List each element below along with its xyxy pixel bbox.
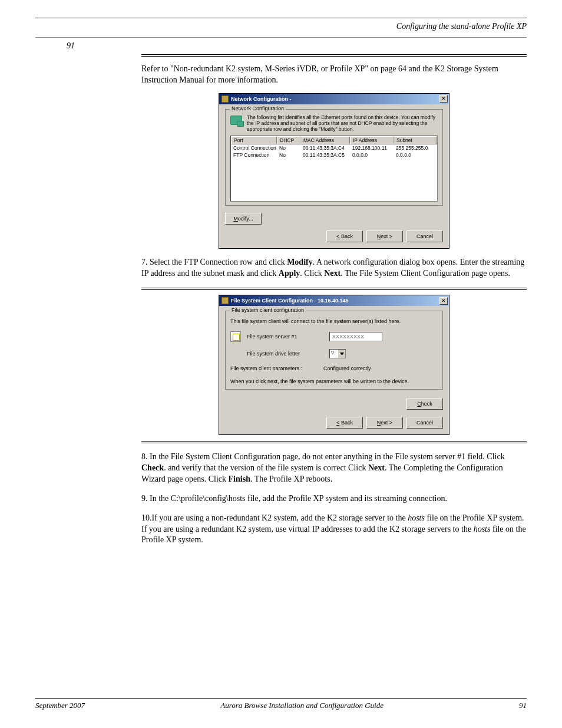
footer-date: September 2007 [35, 701, 85, 710]
close-icon[interactable]: × [439, 297, 448, 305]
fs-client-dialog: File System Client Configuration - 10.16… [219, 295, 449, 435]
group-legend: File system client configuration [230, 307, 306, 313]
col-port[interactable]: Port [231, 136, 277, 144]
next-button[interactable]: Next > [366, 230, 403, 242]
double-rule-top-1 [141, 54, 527, 55]
app-icon [222, 297, 229, 304]
fs-server-input[interactable] [329, 332, 382, 341]
col-ip[interactable]: IP Address [350, 136, 394, 144]
close-icon[interactable]: × [439, 95, 448, 103]
page-number: 91 [35, 41, 106, 51]
fs-drive-label: File system drive letter [247, 351, 323, 357]
cross-ref-paragraph: Refer to "Non-redundant K2 system, M-Ser… [141, 64, 527, 86]
step-7: 7. Select the FTP Connection row and cli… [141, 257, 527, 279]
listview-header[interactable]: Port DHCP MAC Address IP Address Subnet [231, 136, 437, 144]
cancel-button[interactable]: Cancel [406, 417, 443, 429]
fs-drive-select[interactable]: V: [329, 349, 346, 358]
back-button[interactable]: < Back [326, 417, 363, 429]
fs-server-label: File system server #1 [247, 334, 323, 340]
step-9: 9. In the C:\profile\config\hosts file, … [141, 493, 527, 505]
port-listview[interactable]: Port DHCP MAC Address IP Address Subnet … [230, 136, 438, 202]
footer-title: Aurora Browse Installation and Configura… [220, 701, 384, 710]
header-rule-thick [35, 18, 527, 18]
network-desc: The following list identifies all the Et… [247, 114, 438, 133]
network-config-group: Network Configuration The following list… [225, 109, 443, 206]
network-config-dialog: Network Configuration - × Network Config… [219, 93, 449, 249]
fs-params-value: Configured correctly [323, 365, 371, 371]
cancel-button[interactable]: Cancel [406, 230, 443, 242]
double-rule-top-2 [141, 56, 527, 57]
footer: September 2007 Aurora Browse Installatio… [35, 699, 527, 710]
drive-icon [230, 331, 241, 342]
fs-params-label: File system client parameters : [230, 365, 318, 371]
double-rule-mid-1 [141, 288, 527, 288]
dialog-titlebar[interactable]: Network Configuration - × [219, 94, 449, 104]
check-button[interactable]: Check [406, 398, 443, 410]
double-rule-bot-1 [141, 441, 527, 442]
col-subnet[interactable]: Subnet [394, 136, 437, 144]
dialog-titlebar[interactable]: File System Client Configuration - 10.16… [219, 295, 449, 306]
fs-desc-2: When you click next, the file system par… [230, 378, 438, 384]
back-button[interactable]: < Back [326, 230, 363, 242]
fs-drive-value: V: [330, 350, 336, 358]
chevron-down-icon[interactable] [338, 350, 345, 358]
table-row[interactable]: Control Connection No 00:11:43:35:3A:C4 … [231, 144, 437, 151]
dialog-title: File System Client Configuration - 10.16… [231, 298, 349, 304]
fs-desc-1: This file system client will connect to … [230, 318, 438, 324]
next-button[interactable]: Next > [366, 417, 403, 429]
group-legend: Network Configuration [230, 106, 286, 111]
network-icon [230, 116, 242, 125]
double-rule-bot-2 [141, 443, 527, 443]
step-10: 10.If you are using a non-redundant K2 s… [141, 513, 527, 546]
double-rule-mid-2 [141, 289, 527, 290]
app-icon [222, 95, 229, 103]
header-section-title: Configuring the stand-alone Profile XP [35, 22, 527, 31]
header-rule-thin [35, 37, 527, 38]
step-8: 8. In the File System Client Configurati… [141, 452, 527, 485]
modify-button[interactable]: Modify... [225, 213, 262, 225]
footer-page: 91 [519, 701, 527, 710]
dialog-title: Network Configuration - [231, 96, 292, 102]
fs-client-group: File system client configuration This fi… [225, 311, 443, 390]
col-dhcp[interactable]: DHCP [277, 136, 300, 144]
col-mac[interactable]: MAC Address [300, 136, 350, 144]
table-row[interactable]: FTP Connection No 00:11:43:35:3A:C5 0.0.… [231, 151, 437, 159]
